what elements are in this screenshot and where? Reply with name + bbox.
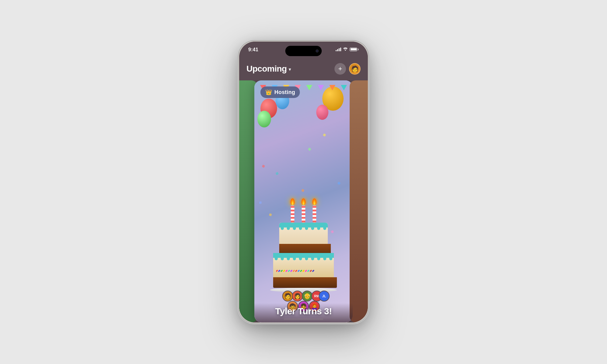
iphone-inner: 9:41 (239, 42, 368, 322)
dynamic-island (285, 46, 322, 56)
balloon-green (257, 111, 271, 127)
candle-3 (312, 198, 317, 224)
wifi-icon (343, 47, 348, 52)
add-button[interactable]: + (334, 63, 346, 75)
flame-3 (312, 198, 317, 205)
attendee-2: 👩 (292, 291, 303, 302)
status-time: 9:41 (248, 47, 258, 52)
birthday-cake (270, 223, 337, 292)
candles (290, 198, 317, 224)
camera-dot (316, 49, 319, 52)
event-title-area: Tyler Turns 3! (254, 303, 353, 322)
flame-1 (290, 198, 295, 205)
hosting-label: Hosting (274, 89, 295, 96)
chevron-down-icon: ▾ (289, 66, 291, 72)
signal-icon (336, 48, 341, 51)
attendee-3: 👴 (302, 291, 313, 302)
attendee-jl: JL (319, 291, 330, 302)
attendee-1: 🧑 (282, 291, 293, 302)
battery-icon (350, 48, 359, 51)
screen: 9:41 (239, 42, 368, 322)
sprinkles (276, 270, 331, 276)
balloon-pink (316, 105, 328, 120)
hosting-badge: 👑 Hosting (260, 86, 300, 98)
svg-point-0 (345, 50, 346, 51)
candle-2 (301, 198, 306, 224)
main-card[interactable]: 👑 Hosting (254, 80, 353, 322)
header-actions: + 🧑 (334, 63, 361, 75)
header: Upcoming ▾ + 🧑 (239, 60, 368, 78)
crown-icon: 👑 (265, 89, 272, 96)
card-area: 👑 Hosting (239, 80, 368, 322)
page-title: Upcoming (246, 64, 287, 74)
header-title[interactable]: Upcoming ▾ (246, 64, 291, 74)
event-title: Tyler Turns 3! (259, 306, 348, 316)
scene: 9:41 (0, 0, 607, 364)
side-card-right[interactable] (350, 80, 368, 322)
user-avatar[interactable]: 🧑 (349, 63, 361, 75)
flame-2 (301, 198, 306, 205)
iphone-frame: 9:41 (238, 41, 369, 323)
candle-1 (290, 198, 295, 224)
status-icons (336, 47, 359, 52)
